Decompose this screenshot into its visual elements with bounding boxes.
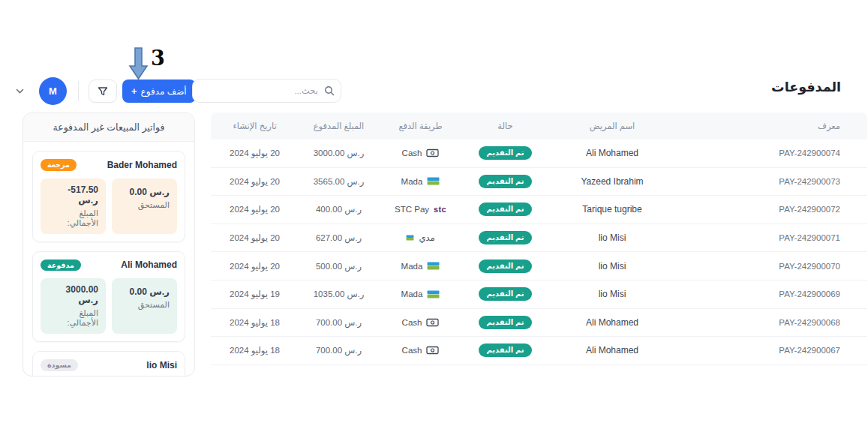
chevron-down-icon[interactable] xyxy=(15,86,25,96)
invoice-status-badge: مرجعة xyxy=(41,159,77,171)
payment-date: 20 يوليو 2024 xyxy=(211,148,299,158)
toolbar-divider xyxy=(78,81,79,101)
patient-name: Ali Mohamed xyxy=(548,317,676,328)
payment-amount: 700.00 ر.س xyxy=(316,345,362,356)
mada-icon xyxy=(427,177,440,185)
filter-button[interactable] xyxy=(89,80,117,103)
patient-name: lio Misi xyxy=(548,232,676,243)
payment-date: 18 يوليو 2024 xyxy=(211,317,299,328)
payment-method: Mada xyxy=(379,290,462,298)
patient-name: Ali Mohamed xyxy=(548,345,676,356)
due-amount-label: المستحق xyxy=(119,200,170,210)
table-row[interactable]: PAY-242900071 lio Misi تم التقديم مدي 62… xyxy=(211,224,867,253)
payment-method: مدي xyxy=(379,232,462,243)
add-payment-button[interactable]: أضف مدفوع + xyxy=(122,80,196,103)
payment-id: PAY-242900069 xyxy=(676,290,867,298)
payment-id: PAY-242900067 xyxy=(676,346,867,355)
status-badge: تم التقديم xyxy=(479,146,531,160)
payment-date: 20 يوليو 2024 xyxy=(211,204,299,214)
payment-method-label: STC Pay xyxy=(395,205,429,214)
payment-id: PAY-242900074 xyxy=(676,148,867,158)
annotation-arrow-down-icon xyxy=(128,46,150,81)
table-row[interactable]: PAY-242900070 lio Misi تم التقديم Mada 5… xyxy=(211,252,867,280)
search-input[interactable] xyxy=(192,79,341,103)
header-id: معرف xyxy=(676,121,867,131)
header-payment-method: طريقة الدفع xyxy=(379,121,462,131)
total-amount-value: 3000.00 ر.س xyxy=(48,284,98,305)
payment-id: PAY-242900072 xyxy=(676,205,867,214)
patient-name: Yazeed Ibrahim xyxy=(548,176,676,187)
invoice-card[interactable]: Bader Mohamed مرجعة 0.00 ر.س المستحق -51… xyxy=(32,151,185,242)
header-created-date: تاريخ الإنشاء xyxy=(211,121,299,131)
payment-method-label: Cash xyxy=(402,148,422,158)
cash-icon xyxy=(426,318,439,327)
table-header-row: معرف اسم المريض حالة طريقة الدفع المبلغ … xyxy=(211,112,867,140)
payment-amount: 700.00 ر.س xyxy=(316,317,362,328)
total-amount-box: 3000.00 ر.س المبلغ الأجمالي: xyxy=(41,278,106,334)
payments-page: المدفوعات 3 M أضف مدفوع + فواتير المبيعا… xyxy=(0,0,868,435)
header-amount: المبلغ المدفوع xyxy=(299,121,379,131)
invoice-cards: Bader Mohamed مرجعة 0.00 ر.س المستحق -51… xyxy=(23,142,194,376)
page-title: المدفوعات xyxy=(771,80,841,95)
patient-name: Tarique tugribe xyxy=(548,204,676,214)
payment-id: PAY-242900071 xyxy=(676,233,867,242)
total-amount-label: المبلغ الأجمالي: xyxy=(48,208,98,228)
payment-method: Cash xyxy=(379,346,462,355)
payment-date: 20 يوليو 2024 xyxy=(211,176,299,187)
table-row[interactable]: PAY-242900069 lio Misi تم التقديم Mada 1… xyxy=(211,280,867,309)
stc-pay-logo: stc xyxy=(434,205,446,214)
invoice-status-badge: مدفوعة xyxy=(41,260,81,272)
total-amount-label: المبلغ الأجمالي: xyxy=(48,308,98,328)
invoice-customer-name: Ali Mohamed xyxy=(121,260,177,270)
due-amount-box: 0.00 ر.س المستحق xyxy=(112,178,177,234)
search-box xyxy=(192,79,341,103)
payment-method-label: Cash xyxy=(402,346,422,355)
table-row[interactable]: PAY-242900068 Ali Mohamed تم التقديم Cas… xyxy=(211,309,867,338)
status-badge: تم التقديم xyxy=(479,316,531,329)
payment-method: Mada xyxy=(379,177,462,186)
filter-icon xyxy=(98,86,108,97)
invoice-customer-name: Bader Mohamed xyxy=(107,160,177,170)
cash-icon xyxy=(426,148,439,158)
payment-method-label: Mada xyxy=(401,177,423,186)
status-badge: تم التقديم xyxy=(479,344,531,357)
patient-name: Ali Mohamed xyxy=(548,148,676,158)
status-badge: تم التقديم xyxy=(479,287,531,301)
invoice-card[interactable]: lio Misi مسودة 3565.00 ر.س المستحق 3565.… xyxy=(32,351,185,376)
payment-method-label: مدي xyxy=(419,232,434,243)
payment-method-label: Mada xyxy=(401,262,423,271)
table-row[interactable]: PAY-242900073 Yazeed Ibrahim تم التقديم … xyxy=(211,168,867,196)
avatar-initial: M xyxy=(49,86,57,97)
user-avatar[interactable]: M xyxy=(39,77,67,105)
payment-amount: 1035.00 ر.س xyxy=(314,289,365,299)
payment-method: Cash xyxy=(379,318,462,327)
mada-icon xyxy=(427,262,440,270)
payment-amount: 400.00 ر.س xyxy=(316,204,362,214)
cash-icon xyxy=(426,346,439,355)
header-status: حالة xyxy=(462,121,548,131)
table-row[interactable]: PAY-242900072 Tarique tugribe تم التقديم… xyxy=(211,196,867,224)
payment-date: 18 يوليو 2024 xyxy=(211,345,299,356)
payment-amount: 500.00 ر.س xyxy=(316,261,362,272)
payment-id: PAY-242900073 xyxy=(676,177,867,186)
unpaid-invoices-title: فواتير المبيعات غير المدفوعة xyxy=(23,113,194,142)
payment-method: Cash xyxy=(379,148,462,158)
payment-method: stc STC Pay xyxy=(379,205,462,214)
invoice-customer-name: lio Misi xyxy=(146,360,177,370)
payment-date: 20 يوليو 2024 xyxy=(211,232,299,243)
patient-name: lio Misi xyxy=(548,289,676,299)
total-amount-value: -517.50 ر.س xyxy=(48,184,98,206)
invoice-status-badge: مسودة xyxy=(41,359,78,371)
payment-date: 20 يوليو 2024 xyxy=(211,261,299,272)
mada-icon xyxy=(427,290,440,298)
due-amount-value: 0.00 ر.س xyxy=(129,187,170,197)
mada-icon xyxy=(406,235,414,241)
status-badge: تم التقديم xyxy=(479,231,531,244)
invoice-card[interactable]: Ali Mohamed مدفوعة 0.00 ر.س المستحق 3000… xyxy=(32,251,185,343)
table-row[interactable]: PAY-242900074 Ali Mohamed تم التقديم Cas… xyxy=(211,140,867,168)
header-patient-name: اسم المريض xyxy=(548,121,676,131)
total-amount-box: -517.50 ر.س المبلغ الأجمالي: xyxy=(41,178,106,234)
table-row[interactable]: PAY-242900067 Ali Mohamed تم التقديم Cas… xyxy=(211,337,867,365)
search-icon xyxy=(324,86,335,96)
payment-date: 19 يوليو 2024 xyxy=(211,289,299,299)
